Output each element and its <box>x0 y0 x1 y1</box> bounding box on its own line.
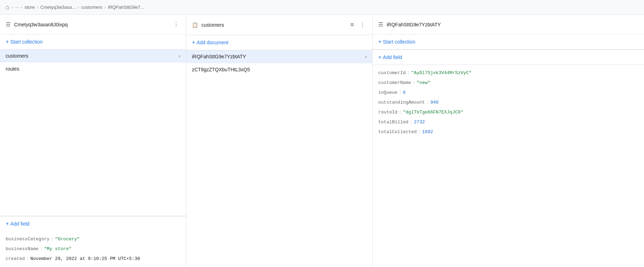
field-row-outstandingAmount: outstandingAmount : 940 <box>378 97 638 107</box>
field-row-totalBilled: totalBilled : 2732 <box>378 117 638 127</box>
breadcrumb-sep-4: › <box>78 5 79 10</box>
list-item-routes[interactable]: routes <box>0 63 186 76</box>
mid-add-document-bar: + Add document <box>186 35 372 50</box>
left-collection-list: customers › routes <box>0 50 186 216</box>
list-item-doc-1-label: iRQFahSttG9e7YzbtATY <box>192 54 365 59</box>
left-panel-bottom: + Add field businessCategory : "Grocery"… <box>0 216 186 266</box>
field-value-totalCollected: 1692 <box>422 129 433 135</box>
right-start-collection-bar: + Start collection <box>373 34 644 50</box>
mid-panel-header: 📋 customers ≡ ⋮ <box>186 15 372 35</box>
left-add-field-bar: + Add field <box>0 216 186 231</box>
mid-panel-collection-icon: 📋 <box>192 22 198 28</box>
list-item-doc-2[interactable]: zCT8gzZTQXbuTHtL3xQ5 <box>186 63 372 76</box>
right-add-field-plus-icon: + <box>378 54 381 60</box>
mid-document-list: iRQFahSttG9e7YzbtATY › zCT8gzZTQXbuTHtL3… <box>186 50 372 266</box>
left-panel-title: Cmetyq3w3axan8J0ixpq <box>14 22 168 27</box>
home-icon[interactable]: ⌂ <box>6 4 9 11</box>
mid-add-document-label: Add document <box>197 40 228 45</box>
left-panel: ☰ Cmetyq3w3axan8J0ixpq ⋮ + Start collect… <box>0 15 186 266</box>
right-panel: ☰ iRQFahSttG9e7YzbtATY + Start collectio… <box>373 15 644 266</box>
field-row-customerId: customerId : "AyDl7Sjvk3V44MrSzVyC" <box>378 68 638 78</box>
list-item-customers-arrow-icon: › <box>179 53 180 59</box>
field-row-routeId: routeId : "dglTbTge66FN7EXJqJC8" <box>378 107 638 117</box>
field-colon-r6: : <box>419 129 420 134</box>
field-key-routeId: routeId <box>378 110 398 115</box>
mid-panel-more-icon[interactable]: ⋮ <box>358 20 367 30</box>
list-item-customers-label: customers <box>6 53 179 59</box>
mid-add-document-button[interactable]: + Add document <box>192 39 228 46</box>
left-add-field-plus-icon: + <box>6 221 9 227</box>
left-start-collection-label: Start collection <box>10 39 43 45</box>
field-value-customerId: "AyDl7Sjvk3V44MrSzVyC" <box>411 70 472 76</box>
left-start-collection-button[interactable]: + Start collection <box>6 39 43 45</box>
left-add-field-button[interactable]: + Add field <box>6 221 30 227</box>
mid-add-document-plus-icon: + <box>192 39 195 46</box>
breadcrumb-document[interactable]: iRQFahSttG9e7... <box>108 5 144 10</box>
right-panel-title: iRQFahSttG9e7YzbtATY <box>387 22 638 27</box>
left-panel-more-icon[interactable]: ⋮ <box>172 20 180 29</box>
field-value-inQueue: 6 <box>403 90 406 95</box>
right-add-field-button[interactable]: + Add field <box>378 54 402 60</box>
breadcrumb: ⌂ › ··· › store › Cmetyq3w3axa... › cust… <box>0 0 644 15</box>
breadcrumb-db[interactable]: Cmetyq3w3axa... <box>40 5 76 10</box>
field-value-totalBilled: 2732 <box>414 119 425 125</box>
right-add-field-bar: + Add field <box>373 50 644 65</box>
left-start-collection-plus-icon: + <box>6 39 9 45</box>
list-item-doc-1[interactable]: iRQFahSttG9e7YzbtATY › <box>186 50 372 63</box>
right-fields-section: customerId : "AyDl7Sjvk3V44MrSzVyC" cust… <box>373 65 644 139</box>
breadcrumb-collection[interactable]: customers <box>81 5 102 10</box>
field-key-businessName: businessName <box>6 246 39 252</box>
left-panel-header: ☰ Cmetyq3w3axan8J0ixpq ⋮ <box>0 15 186 34</box>
field-value-routeId: "dglTbTge66FN7EXJqJC8" <box>403 110 463 115</box>
list-item-customers[interactable]: customers › <box>0 50 186 63</box>
field-colon-r3: : <box>427 99 429 105</box>
right-start-collection-plus-icon: + <box>378 39 381 45</box>
field-colon-1: : <box>41 246 42 251</box>
mid-panel: 📋 customers ≡ ⋮ + Add document iRQFahStt… <box>186 15 373 266</box>
left-panel-actions: ⋮ <box>172 20 180 29</box>
left-panel-collection-icon: ☰ <box>6 21 11 28</box>
field-key-inQueue: inQueue <box>378 90 398 95</box>
list-item-doc-2-label: zCT8gzZTQXbuTHtL3xQ5 <box>192 67 367 72</box>
field-value-outstandingAmount: 940 <box>430 100 438 105</box>
list-item-routes-label: routes <box>6 66 180 72</box>
panels-container: ☰ Cmetyq3w3axan8J0ixpq ⋮ + Start collect… <box>0 15 644 266</box>
field-value-businessName: "My store" <box>44 246 71 252</box>
breadcrumb-sep-2: › <box>21 5 22 10</box>
field-key-totalBilled: totalBilled <box>378 119 408 125</box>
breadcrumb-sep-3: › <box>37 5 38 10</box>
field-key-totalCollected: totalCollected <box>378 129 417 135</box>
field-value-customerName: "new" <box>417 80 430 85</box>
field-row-customerName: customerName : "new" <box>378 78 638 87</box>
list-item-doc-1-arrow-icon: › <box>365 54 367 59</box>
field-key-outstandingAmount: outstandingAmount <box>378 100 425 105</box>
field-colon-0: : <box>52 236 53 241</box>
breadcrumb-ellipsis[interactable]: ··· <box>15 5 19 10</box>
breadcrumb-store[interactable]: store <box>25 5 35 10</box>
field-colon-r2: : <box>400 90 401 95</box>
breadcrumb-sep-1: › <box>12 5 13 10</box>
field-colon-2: : <box>27 256 28 261</box>
field-key-businessCategory: businessCategory <box>6 236 50 242</box>
field-value-created: November 29, 2022 at 9:10:25 PM UTC+5:30 <box>30 256 140 261</box>
right-panel-collection-icon: ☰ <box>378 21 383 28</box>
field-key-customerId: customerId <box>378 70 406 76</box>
field-colon-r4: : <box>400 109 401 115</box>
field-row-totalCollected: totalCollected : 1692 <box>378 127 638 137</box>
mid-panel-filter-icon[interactable]: ≡ <box>349 20 355 30</box>
breadcrumb-sep-5: › <box>104 5 106 10</box>
field-colon-r5: : <box>411 119 412 124</box>
left-fields-section: businessCategory : "Grocery" businessNam… <box>0 231 186 266</box>
left-add-field-label: Add field <box>10 221 29 227</box>
field-key-created: created <box>6 256 25 261</box>
field-row-created: created : November 29, 2022 at 9:10:25 P… <box>6 254 180 263</box>
field-row-businessCategory: businessCategory : "Grocery" <box>6 234 180 244</box>
right-panel-header: ☰ iRQFahSttG9e7YzbtATY <box>373 15 644 34</box>
field-colon-r1: : <box>413 80 415 85</box>
field-colon-r0: : <box>408 70 409 75</box>
right-start-collection-button[interactable]: + Start collection <box>378 39 415 45</box>
field-key-customerName: customerName <box>378 80 411 85</box>
right-add-field-label: Add field <box>383 54 402 60</box>
right-start-collection-label: Start collection <box>383 39 415 45</box>
left-panel-start-collection-bar: + Start collection <box>0 34 186 50</box>
